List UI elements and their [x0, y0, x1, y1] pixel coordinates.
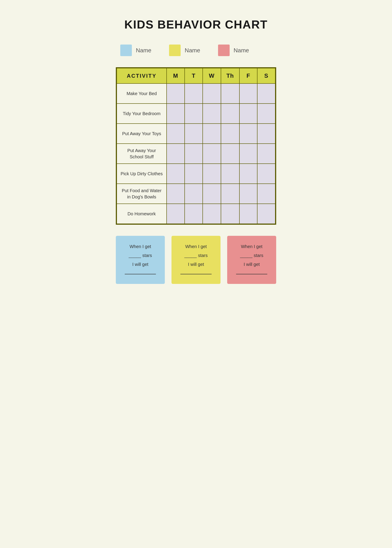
day-col-m: M [167, 68, 185, 83]
check-cell[interactable] [167, 204, 185, 224]
check-cell[interactable] [257, 83, 275, 104]
check-cell[interactable] [167, 124, 185, 144]
legend-item-1: Name [169, 45, 200, 56]
check-cell[interactable] [185, 83, 203, 104]
check-cell[interactable] [203, 164, 221, 184]
check-cell[interactable] [203, 144, 221, 164]
activity-cell: Make Your Bed [117, 83, 167, 104]
check-cell[interactable] [221, 184, 240, 204]
table-row: Make Your Bed [117, 83, 275, 104]
reward-boxes: When I get _____ stars I will get When I… [116, 236, 276, 284]
check-cell[interactable] [257, 124, 275, 144]
reward-line3: I will get [121, 260, 160, 269]
reward-line2: _____ stars [177, 251, 215, 260]
behavior-table-wrapper: ACTIVITY M T W Th F S Make Your BedTidy … [116, 67, 276, 225]
legend-label-2: Name [234, 47, 249, 54]
behavior-table: ACTIVITY M T W Th F S Make Your BedTidy … [117, 68, 275, 224]
reward-line4 [121, 269, 160, 278]
legend: Name Name Name [116, 45, 276, 56]
check-cell[interactable] [257, 164, 275, 184]
reward-line4 [177, 269, 215, 278]
check-cell[interactable] [203, 184, 221, 204]
legend-color-2 [218, 45, 230, 56]
legend-color-0 [120, 45, 132, 56]
check-cell[interactable] [203, 83, 221, 104]
reward-line1: When I get [232, 242, 271, 251]
page-title: KIDS BEHAVIOR CHART [116, 18, 276, 31]
check-cell[interactable] [257, 184, 275, 204]
check-cell[interactable] [221, 144, 240, 164]
reward-line4 [232, 269, 271, 278]
check-cell[interactable] [257, 204, 275, 224]
check-cell[interactable] [185, 164, 203, 184]
reward-line3: I will get [232, 260, 271, 269]
check-cell[interactable] [257, 144, 275, 164]
page: KIDS BEHAVIOR CHART Name Name Name ACTIV… [98, 4, 294, 297]
activity-cell: Pick Up Dirty Clothes [117, 164, 167, 184]
check-cell[interactable] [239, 83, 257, 104]
check-cell[interactable] [239, 204, 257, 224]
reward-line3: I will get [177, 260, 215, 269]
reward-line2: _____ stars [121, 251, 160, 260]
activity-cell: Put Away Your School Stuff [117, 144, 167, 164]
table-row: Tidy Your Bedroom [117, 104, 275, 124]
check-cell[interactable] [239, 104, 257, 124]
check-cell[interactable] [185, 184, 203, 204]
day-col-w: W [203, 68, 221, 83]
table-row: Put Away Your School Stuff [117, 144, 275, 164]
check-cell[interactable] [185, 144, 203, 164]
day-col-t: T [185, 68, 203, 83]
day-col-f: F [239, 68, 257, 83]
check-cell[interactable] [221, 124, 240, 144]
check-cell[interactable] [185, 104, 203, 124]
reward-box-0: When I get _____ stars I will get [116, 236, 165, 284]
check-cell[interactable] [167, 164, 185, 184]
table-row: Do Homework [117, 204, 275, 224]
legend-color-1 [169, 45, 181, 56]
legend-label-0: Name [136, 47, 151, 54]
check-cell[interactable] [167, 83, 185, 104]
day-col-th: Th [221, 68, 240, 83]
check-cell[interactable] [239, 144, 257, 164]
legend-item-0: Name [120, 45, 151, 56]
reward-line2: _____ stars [232, 251, 271, 260]
check-cell[interactable] [185, 124, 203, 144]
check-cell[interactable] [167, 104, 185, 124]
check-cell[interactable] [221, 204, 240, 224]
legend-item-2: Name [218, 45, 249, 56]
activity-cell: Put Food and Water in Dog's Bowls [117, 184, 167, 204]
table-row: Put Away Your Toys [117, 124, 275, 144]
check-cell[interactable] [167, 144, 185, 164]
check-cell[interactable] [221, 83, 240, 104]
activity-cell: Tidy Your Bedroom [117, 104, 167, 124]
check-cell[interactable] [167, 184, 185, 204]
check-cell[interactable] [239, 184, 257, 204]
activity-cell: Put Away Your Toys [117, 124, 167, 144]
day-col-s: S [257, 68, 275, 83]
check-cell[interactable] [185, 204, 203, 224]
table-header-row: ACTIVITY M T W Th F S [117, 68, 275, 83]
check-cell[interactable] [203, 124, 221, 144]
check-cell[interactable] [221, 164, 240, 184]
check-cell[interactable] [203, 104, 221, 124]
check-cell[interactable] [239, 124, 257, 144]
reward-box-1: When I get _____ stars I will get [171, 236, 221, 284]
table-row: Pick Up Dirty Clothes [117, 164, 275, 184]
legend-label-1: Name [185, 47, 200, 54]
check-cell[interactable] [239, 164, 257, 184]
reward-box-2: When I get _____ stars I will get [227, 236, 276, 284]
activity-col-header: ACTIVITY [117, 68, 167, 83]
reward-line1: When I get [177, 242, 215, 251]
reward-line1: When I get [121, 242, 160, 251]
activity-cell: Do Homework [117, 204, 167, 224]
check-cell[interactable] [257, 104, 275, 124]
table-row: Put Food and Water in Dog's Bowls [117, 184, 275, 204]
check-cell[interactable] [203, 204, 221, 224]
check-cell[interactable] [221, 104, 240, 124]
